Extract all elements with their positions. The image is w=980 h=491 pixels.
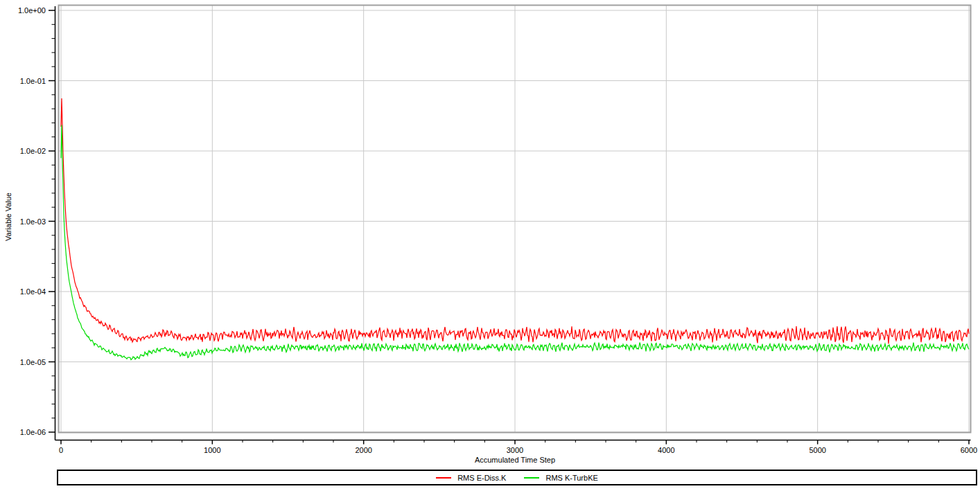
y-tick-label: 1.0e-05 (20, 358, 46, 366)
legend-line-green-icon (524, 477, 539, 479)
legend: RMS E-Diss.K RMS K-TurbKE (57, 470, 977, 485)
y-tick-label: 1.0e-04 (20, 287, 46, 296)
x-tick-label: 4000 (658, 446, 674, 454)
legend-label-rms-e-diss-k: RMS E-Diss.K (457, 474, 506, 482)
y-tick-label: 1.0e-06 (20, 428, 46, 436)
legend-item-rms-e-diss-k: RMS E-Diss.K (436, 474, 506, 482)
legend-item-rms-k-turbke: RMS K-TurbKE (524, 474, 597, 482)
y-tick-label: 1.0e-03 (20, 217, 46, 226)
residual-plot-canvas: 1.0e+001.0e-011.0e-021.0e-031.0e-041.0e-… (0, 0, 980, 491)
solver-monitor-window: 1.0e+001.0e-011.0e-021.0e-031.0e-041.0e-… (0, 0, 980, 491)
x-axis-title: Accumulated Time Step (61, 456, 969, 464)
x-tick-label: 5000 (809, 446, 825, 454)
x-tick-label: 1000 (204, 446, 220, 454)
y-tick-label: 1.0e+00 (18, 6, 46, 15)
y-tick-label: 1.0e-01 (20, 77, 46, 85)
y-axis-title: Variable Value (4, 175, 15, 258)
legend-label-rms-k-turbke: RMS K-TurbKE (545, 474, 597, 482)
legend-line-red-icon (436, 477, 451, 479)
x-tick-label: 2000 (355, 446, 371, 454)
x-tick-label: 3000 (507, 446, 523, 454)
x-tick-label: 0 (59, 446, 63, 454)
y-tick-label: 1.0e-02 (20, 147, 46, 155)
x-tick-label: 6000 (961, 446, 977, 454)
